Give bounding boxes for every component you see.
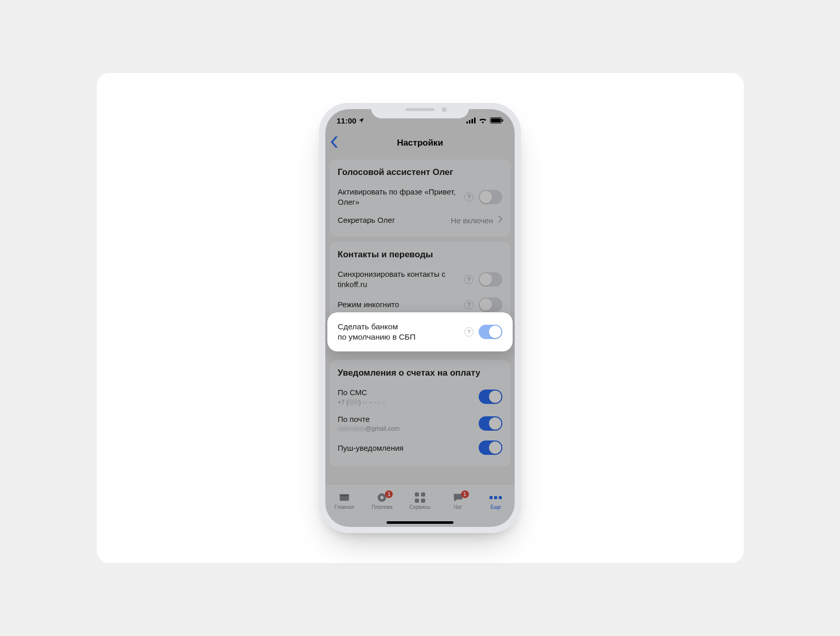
location-icon xyxy=(358,116,364,125)
phone-screen: 11:00 xyxy=(325,109,515,527)
back-button[interactable] xyxy=(330,136,338,150)
row-default-bank-label: Сделать банком по умолчанию в СБП xyxy=(338,322,415,342)
tab-bar: Главная 1 Платежи Сервисы xyxy=(325,484,515,527)
more-icon xyxy=(489,492,502,503)
chat-icon: 1 xyxy=(451,492,465,503)
toggle-sms[interactable] xyxy=(479,390,502,404)
row-sms[interactable]: По СМС +7 (999) ··· - ·· - ·· xyxy=(338,383,502,410)
tab-home[interactable]: Главная xyxy=(325,484,363,518)
row-activate-phrase[interactable]: Активировать по фразе «Привет, Олег» ? xyxy=(338,183,502,211)
row-email-sub: username@gmail.com xyxy=(338,425,399,432)
svg-rect-16 xyxy=(494,496,497,499)
toggle-activate-phrase[interactable] xyxy=(479,190,502,204)
row-default-bank-sbp[interactable]: Сделать банком по умолчанию в СБП ? xyxy=(327,312,513,351)
svg-rect-2 xyxy=(471,119,473,123)
help-icon[interactable]: ? xyxy=(464,275,474,284)
tab-payments-label: Платежи xyxy=(372,504,393,510)
nav-bar: Настройки xyxy=(325,132,515,154)
row-push-label: Пуш-уведомления xyxy=(338,443,404,453)
svg-rect-0 xyxy=(466,121,468,123)
help-icon[interactable]: ? xyxy=(464,192,474,202)
row-sync-contacts-label: Синхронизировать контакты с tinkoff.ru xyxy=(338,269,460,289)
svg-rect-13 xyxy=(415,499,419,503)
email-suffix: @gmail.com xyxy=(365,425,399,432)
section-assistant-title: Голосовой ассистент Олег xyxy=(338,167,502,178)
svg-point-10 xyxy=(380,496,383,499)
status-left: 11:00 xyxy=(337,116,364,125)
default-bank-line2: по умолчанию в СБП xyxy=(338,332,415,341)
tab-services-label: Сервисы xyxy=(409,504,430,510)
tab-home-label: Главная xyxy=(335,504,354,510)
svg-rect-6 xyxy=(502,119,503,121)
status-time: 11:00 xyxy=(337,116,356,125)
battery-icon xyxy=(490,116,503,125)
row-email[interactable]: По почте username@gmail.com xyxy=(338,410,502,437)
svg-rect-3 xyxy=(474,117,476,123)
svg-rect-17 xyxy=(499,496,502,499)
cellular-icon xyxy=(466,116,476,125)
help-icon[interactable]: ? xyxy=(464,327,474,337)
svg-rect-14 xyxy=(421,499,425,503)
row-sync-contacts[interactable]: Синхронизировать контакты с tinkoff.ru ? xyxy=(338,265,502,293)
page-title: Настройки xyxy=(397,138,443,148)
toggle-push[interactable] xyxy=(479,440,502,455)
home-icon xyxy=(338,492,351,503)
svg-rect-8 xyxy=(340,494,349,496)
tab-payments[interactable]: 1 Платежи xyxy=(363,484,401,518)
status-right xyxy=(466,116,503,125)
svg-rect-11 xyxy=(415,492,419,497)
email-masked: username xyxy=(338,425,365,432)
svg-rect-15 xyxy=(489,496,493,499)
tab-more[interactable]: Еще xyxy=(477,484,515,518)
payments-icon: 1 xyxy=(375,492,389,503)
stage: 11:00 xyxy=(97,73,744,563)
svg-rect-5 xyxy=(491,118,501,122)
sms-masked: 999 xyxy=(348,399,359,406)
section-notifications-title: Уведомления о счетах на оплату xyxy=(338,367,502,378)
toggle-email[interactable] xyxy=(479,416,502,431)
svg-rect-1 xyxy=(469,120,470,123)
payments-badge: 1 xyxy=(385,490,393,498)
row-secretary[interactable]: Секретарь Олег Не включен xyxy=(338,211,502,229)
section-contacts-title: Контакты и переводы xyxy=(338,249,502,260)
home-indicator[interactable] xyxy=(387,521,453,524)
tab-more-label: Еще xyxy=(491,504,501,510)
default-bank-line1: Сделать банком xyxy=(338,322,398,331)
toggle-incognito[interactable] xyxy=(479,297,502,312)
tab-services[interactable]: Сервисы xyxy=(401,484,439,518)
section-assistant: Голосовой ассистент Олег Активировать по… xyxy=(329,160,511,237)
chat-badge: 1 xyxy=(461,490,469,498)
toggle-sync-contacts[interactable] xyxy=(479,272,502,287)
tab-chat-label: Чат xyxy=(453,504,462,510)
wifi-icon xyxy=(479,116,487,125)
tab-chat[interactable]: 1 Чат xyxy=(439,484,477,518)
phone-notch xyxy=(371,103,469,118)
svg-rect-12 xyxy=(421,492,425,497)
section-notifications: Уведомления о счетах на оплату По СМС +7… xyxy=(329,360,511,466)
sms-prefix: +7 ( xyxy=(338,399,348,406)
phone-frame: 11:00 xyxy=(319,103,521,533)
help-icon[interactable]: ? xyxy=(464,300,474,309)
row-sms-sub: +7 (999) ··· - ·· - ·· xyxy=(338,399,386,406)
row-activate-phrase-label: Активировать по фразе «Привет, Олег» xyxy=(338,187,460,207)
row-secretary-label: Секретарь Олег xyxy=(338,215,395,225)
row-email-label: По почте xyxy=(338,414,399,425)
row-push[interactable]: Пуш-уведомления xyxy=(338,436,502,459)
row-secretary-value: Не включен xyxy=(451,216,493,225)
services-icon xyxy=(413,492,427,503)
sms-suffix: ) ··· - ·· - ·· xyxy=(359,399,386,406)
chevron-right-icon xyxy=(498,216,502,225)
toggle-default-bank-sbp[interactable] xyxy=(479,325,502,339)
row-sms-label: По СМС xyxy=(338,387,386,398)
row-incognito-label: Режим инкогнито xyxy=(338,299,399,310)
